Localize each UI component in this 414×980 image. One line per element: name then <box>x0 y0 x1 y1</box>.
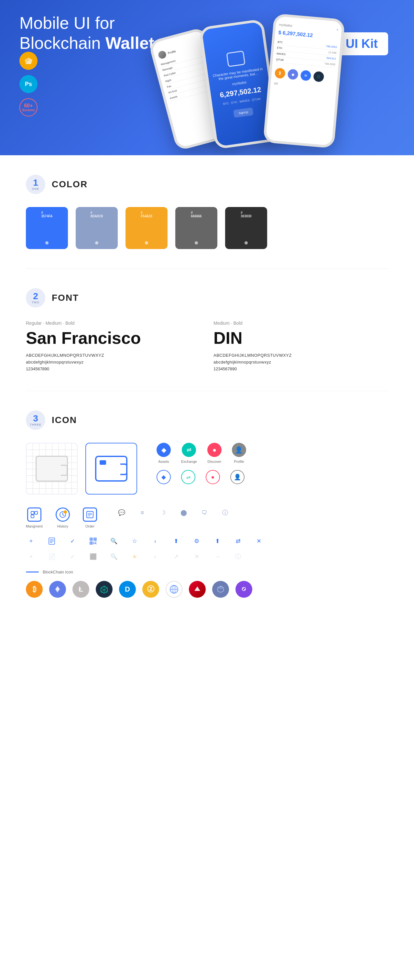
svg-marker-39 <box>194 586 200 591</box>
blockchain-label-row: BlockChain Icon <box>26 570 388 574</box>
profile-icon-outline: 👤 <box>230 470 245 484</box>
font-sf-name: San Francisco <box>26 328 201 348</box>
color-swatch-dark: #303030 <box>225 207 267 249</box>
color-swatch-orange: #F5A623 <box>126 207 167 249</box>
exchange-icon: ⇌ <box>182 443 196 457</box>
font-din-style: Medium · Bold <box>213 321 388 326</box>
qr-icon <box>88 536 98 546</box>
exchange-icon-outline: ⇌ <box>181 470 195 484</box>
wallet-icon-showcase <box>26 443 137 495</box>
utility-icons: 💬 ≡ ☽ ⬤ 🗨 ⓘ <box>116 508 230 523</box>
plus-icon: + <box>26 536 36 546</box>
svg-rect-21 <box>91 539 92 540</box>
ltc-icon: Ł <box>72 581 89 598</box>
svg-rect-8 <box>31 515 34 518</box>
color-swatch-blue: #3574FA <box>26 207 68 249</box>
exchange-icon-group: ⇌ Exchange <box>181 443 197 463</box>
font-sf-lower: abcdefghijklmnopqrstuvwxyz <box>26 360 201 364</box>
blockchain-label: BlockChain Icon <box>43 570 73 574</box>
close-icon: ✕ <box>253 536 264 546</box>
doc-icon <box>46 536 57 546</box>
hero-icons: Ps 60+ Screens <box>19 52 38 116</box>
profile-icon-group: 👤 Profile <box>232 443 246 463</box>
eth-icon <box>49 581 66 598</box>
bottom-nav-icons: Mangment History <box>26 508 97 528</box>
icon-title: ICON <box>52 415 77 425</box>
polygon-icon <box>236 581 252 598</box>
svg-marker-41 <box>218 586 223 589</box>
tool-icons-row2: + 📄 ✓ ⬛ 🔍 ★ ‹ ↗ ✕ → ⓘ <box>26 552 388 562</box>
font-section-number: 2 TWO <box>26 288 45 308</box>
color-title: COLOR <box>52 179 88 189</box>
chat-icon: 💬 <box>116 508 127 518</box>
font-din-lower: abcdefghijklmnopqrstuvwxyz <box>213 360 388 364</box>
btc-icon: ₿ <box>26 581 43 598</box>
export-icon: ⬆ <box>212 536 223 546</box>
info-icon: ⓘ <box>220 508 230 518</box>
assets-icon-outline: ◆ <box>156 470 171 484</box>
svg-rect-22 <box>91 542 92 544</box>
plus-icon-gray: + <box>26 552 36 562</box>
check-icon-gray: ✓ <box>67 552 78 562</box>
color-swatch-gray: #666666 <box>175 207 217 249</box>
discover-icon: ● <box>207 443 221 457</box>
history-label: History <box>57 524 68 528</box>
tool-icons-section: + ✓ 🔍 ☆ ‹ ⬆ ⚙ ⬆ ⇄ ✕ + 📄 ✓ ⬛ 🔍 ★ ‹ ↗ <box>26 536 388 562</box>
color-section-number: 1 ONE <box>26 175 45 194</box>
font-section: 2 TWO FONT Regular · Medium · Bold San F… <box>0 269 414 391</box>
phone-mockups: Profile Management Message Red Callet Ni… <box>155 13 414 155</box>
back-icon: ‹ <box>150 536 161 546</box>
search-icon-gray: 🔍 <box>109 552 119 562</box>
back-icon-gray: ‹ <box>150 552 161 562</box>
doc-icon-gray: 📄 <box>46 552 57 562</box>
font-grid: Regular · Medium · Bold San Francisco AB… <box>26 321 388 371</box>
circle-icon: ⬤ <box>178 508 189 518</box>
profile-label: Profile <box>234 460 244 463</box>
font-din-numbers: 1234567890 <box>213 366 388 371</box>
share-icon: ⬆ <box>171 536 181 546</box>
assets-icon-group: ◆ Assets <box>156 443 171 463</box>
font-din-name: DIN <box>213 328 388 348</box>
zcash-icon: ⓩ <box>142 581 159 598</box>
ark-icon <box>189 581 206 598</box>
assets-icon: ◆ <box>156 443 171 457</box>
discover-label: Discover <box>208 460 221 463</box>
grid-icon <box>166 581 182 598</box>
moon-icon: ☽ <box>158 508 168 518</box>
phone-right: myWallet + $ 6,297,502.12 BTC788-2003 ET… <box>263 13 345 148</box>
colored-nav-icons: ◆ Assets ⇌ Exchange ● Discover 👤 Profile <box>156 443 246 484</box>
font-title: FONT <box>52 293 79 303</box>
photoshop-icon: Ps <box>19 75 38 93</box>
font-sf-upper: ABCDEFGHIJKLMNOPQRSTUVWXYZ <box>26 353 201 358</box>
management-label: Mangment <box>26 524 43 528</box>
x-icon-gray: ✕ <box>191 552 202 562</box>
swap-icon: ⇄ <box>233 536 243 546</box>
star-icon: ☆ <box>129 536 140 546</box>
qr-icon-gray: ⬛ <box>88 552 98 562</box>
crypto-icons-row: ₿ Ł D ⓩ <box>26 581 388 598</box>
svg-rect-23 <box>94 539 96 540</box>
tool-icons-row1: + ✓ 🔍 ☆ ‹ ⬆ ⚙ ⬆ ⇄ ✕ <box>26 536 388 546</box>
dash-icon: D <box>119 581 136 598</box>
burst-icon <box>96 581 113 598</box>
order-icon <box>83 508 97 522</box>
color-section: 1 ONE COLOR #3574FA #8DA0C8 #F5A623 #666… <box>0 155 414 269</box>
font-din: Medium · Bold DIN ABCDEFGHIJKLMNOPQRSTUV… <box>213 321 388 371</box>
settings-icon: ⚙ <box>191 536 202 546</box>
info-icon-gray: ⓘ <box>233 552 243 562</box>
management-icon <box>27 508 41 522</box>
svg-rect-7 <box>35 511 38 514</box>
share-icon-gray: ↗ <box>171 552 181 562</box>
svg-rect-6 <box>31 511 34 514</box>
icon-section-header: 3 THREE ICON <box>26 410 388 430</box>
history-dot <box>64 511 67 514</box>
wallet-outline-icon <box>36 456 68 482</box>
management-icon-group: Mangment <box>26 508 43 528</box>
order-icon-group: Order <box>83 508 97 528</box>
font-sf-numbers: 1234567890 <box>26 366 201 371</box>
sketch-icon <box>19 52 38 70</box>
history-icon <box>56 508 70 522</box>
wallet-filled-icon <box>95 456 127 482</box>
blockchain-line <box>26 571 39 573</box>
check-icon: ✓ <box>67 536 78 546</box>
